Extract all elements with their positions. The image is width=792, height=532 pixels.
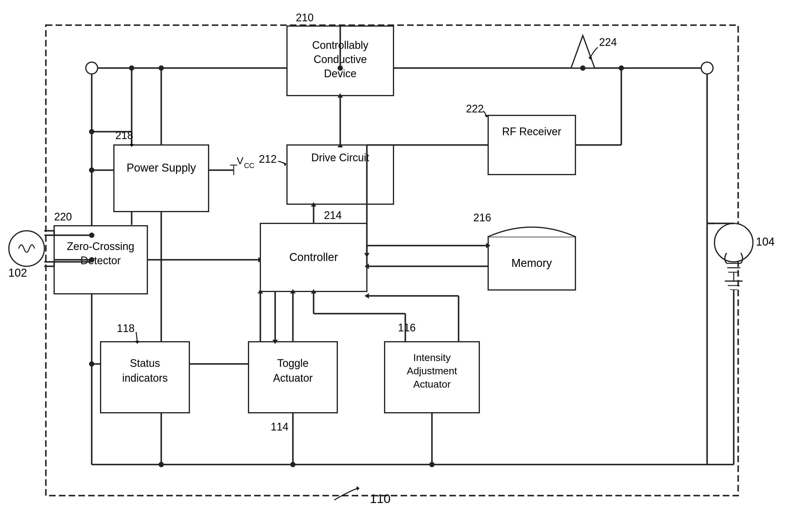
ref-102-label: 102 [8,267,27,279]
bulb-glass [714,223,753,262]
rf-box [488,115,576,175]
terminal-right [701,62,713,74]
ref-114-text: 114 [271,421,288,433]
ref-116-text: 116 [398,322,416,334]
ctrl-t1: Controller [289,251,338,263]
vcc-sub2: CC [244,162,254,170]
iaa-t1: Intensity [413,352,451,363]
junc-top-445 [129,65,134,71]
ref-220-text: 220 [54,211,72,223]
dc-t1: Drive Circuit [311,152,369,164]
ref-216-text: 216 [474,212,491,224]
ref-118-text: 118 [117,322,135,334]
junc-top-1970 [580,65,585,71]
ref-210-text: 210 [296,12,314,24]
ps-text1: Power Supply [127,162,196,174]
si-t1: Status [130,357,160,369]
junc-top-1150 [337,65,343,71]
mem-t1: Memory [511,257,552,269]
zcd-t1: Zero-Crossing [67,240,134,252]
junc-top-545 [159,65,164,71]
ps-box [114,145,209,212]
ref-214-text: 214 [324,209,342,221]
terminal-left [86,62,98,74]
svg-point-44 [89,168,94,173]
junc-lb-1230 [89,361,94,367]
ta-t2: Actuator [273,372,313,384]
vcc-label2: V [237,155,244,166]
junc-bot-1460 [429,462,434,467]
si-t2: indicators [122,372,168,384]
rf-t1: RF Receiver [502,126,561,138]
iaa-t2: Adjustment [407,365,457,376]
svg-point-46 [89,232,94,238]
ref-110-text: 110 [370,492,390,506]
junc-bot-990 [290,462,295,467]
junc-bot-545 [159,462,164,467]
ref-104-text: 104 [756,235,775,248]
diagram-container: 102 Power Supply 218 V CC [0,0,792,532]
ac-source [9,231,44,266]
junc-top-2100 [619,65,624,71]
ref-224-text: 224 [599,36,617,48]
ref-222-text: 222 [466,103,484,115]
iaa-t3: Actuator [413,378,451,390]
ref-218-text: 218 [115,129,133,141]
ref-212-text: 212 [259,153,277,165]
ta-t1: Toggle [277,357,309,369]
